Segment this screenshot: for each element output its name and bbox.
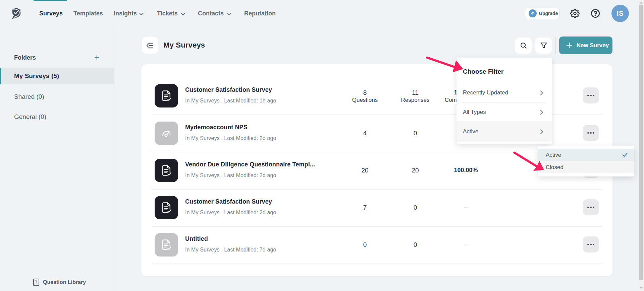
svg-text:?: ? (35, 279, 37, 283)
